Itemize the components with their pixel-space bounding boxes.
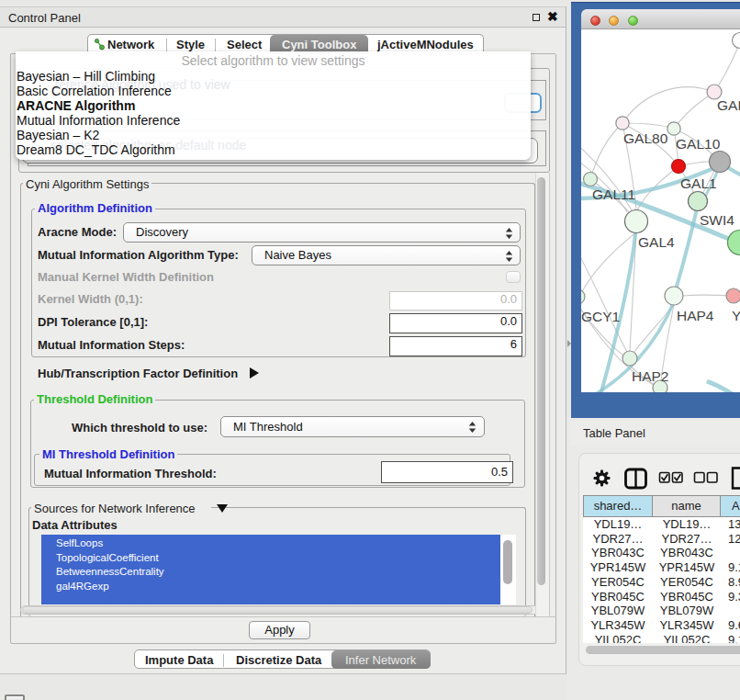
svg-text:GAL11: GAL11: [592, 186, 635, 202]
svg-text:GAL10: GAL10: [676, 136, 721, 152]
svg-text:GAL4: GAL4: [638, 234, 675, 250]
svg-text:GAL7: GAL7: [717, 97, 740, 113]
svg-text:SWI4: SWI4: [700, 212, 734, 228]
svg-text:GAL1: GAL1: [680, 175, 717, 191]
svg-text:Y: Y: [732, 308, 740, 323]
svg-text:GCY1: GCY1: [581, 309, 620, 324]
svg-text:HAP4: HAP4: [677, 308, 714, 323]
svg-text:HAP2: HAP2: [632, 368, 669, 384]
svg-text:GAL80: GAL80: [623, 130, 668, 146]
